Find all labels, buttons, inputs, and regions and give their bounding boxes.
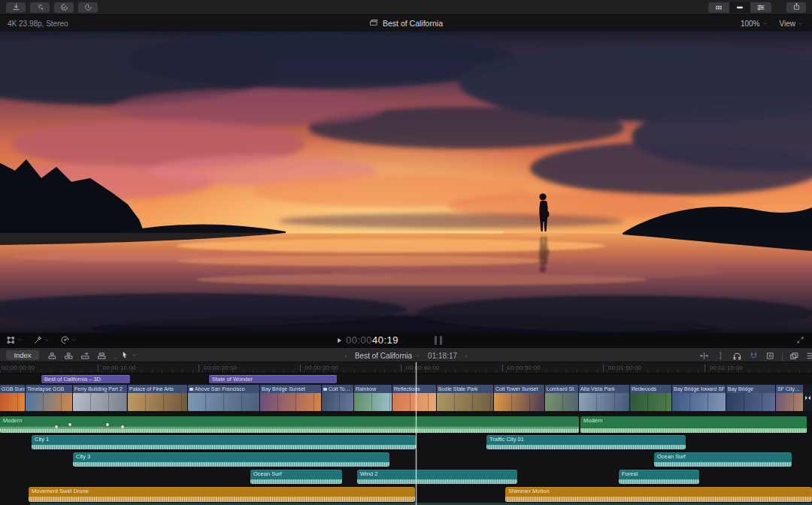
video-clip-thumbnail [73, 393, 127, 411]
background-tasks-button[interactable] [78, 2, 98, 13]
music-clip[interactable]: Modern [0, 416, 579, 433]
effects-wand-icon [33, 335, 43, 345]
video-clip[interactable]: Rainbow [354, 385, 392, 411]
grid-view-icon [714, 3, 723, 12]
video-clip-thumbnail [188, 393, 259, 411]
snapping-icon [749, 351, 759, 361]
keyword-editor-button[interactable] [30, 2, 50, 13]
video-clip[interactable]: Above San Francisco [188, 385, 259, 411]
ruler-tick [300, 364, 301, 372]
zoom-menu[interactable]: 100% [741, 20, 768, 28]
sound-effect-clip[interactable]: Movement Swirl Drone [29, 487, 415, 502]
color-gauge-menu[interactable] [60, 335, 77, 345]
music-clip[interactable]: Modern [580, 416, 807, 433]
chevron-icon [798, 21, 803, 26]
title-clip[interactable]: Best of California – 3D [41, 375, 130, 383]
ruler-tick [401, 364, 401, 372]
volume-keyframe[interactable] [121, 425, 124, 428]
music-clip-name: Modern [3, 417, 22, 424]
favorites-check-button[interactable] [54, 2, 74, 13]
toolbar-separator [782, 352, 783, 361]
transition-clip[interactable] [803, 385, 812, 411]
video-clip-thumbnail [260, 393, 321, 411]
filter-button[interactable] [750, 2, 771, 13]
media-browser-icon [789, 351, 799, 361]
audio-clip[interactable]: City 3 [73, 452, 389, 467]
audio-clip-name: Wind 2 [360, 470, 377, 477]
chevron-down-icon [71, 337, 77, 343]
clapper-icon [369, 18, 378, 29]
effects-wand-menu[interactable] [33, 335, 50, 345]
background-tasks-icon [84, 3, 92, 11]
audio-waveform [486, 445, 686, 449]
audio-waveform [73, 462, 389, 467]
video-clip[interactable]: SF City… [776, 385, 803, 411]
volume-keyframe[interactable] [106, 423, 109, 426]
viewer-title-area: Best of California [0, 18, 812, 29]
video-clip[interactable]: Bay Bridge Sunset [260, 385, 321, 411]
prev-project-button[interactable]: ‹ [344, 351, 347, 360]
timeline-ruler[interactable]: 00:00:00:0000:00:10:0000:00:20:0000:00:3… [0, 362, 812, 373]
video-clip[interactable]: Timelapse GGB [26, 385, 72, 411]
import-button[interactable] [6, 2, 26, 13]
ruler-label: 00:00:20:00 [204, 364, 237, 371]
timecode-display[interactable]: 00:0040:19 [346, 334, 398, 346]
fullscreen-button[interactable] [796, 334, 804, 347]
audio-clip[interactable]: Forest [619, 470, 699, 484]
grid-view-button[interactable] [708, 2, 729, 13]
video-clip[interactable]: Bodie State Park [437, 385, 493, 411]
video-clip[interactable]: Bay Bridge toward SF [672, 385, 726, 411]
playhead[interactable] [416, 362, 417, 505]
keyword-editor-icon [36, 3, 44, 11]
video-clip[interactable]: Ferry Building Part 2 [73, 385, 127, 411]
project-dropdown[interactable]: Best of California [355, 352, 420, 360]
ruler-tick [704, 364, 705, 372]
audio-clip-name: Traffic City 01 [489, 436, 524, 443]
viewer-tools [6, 335, 77, 345]
video-clip[interactable]: Palace of Fine Arts [128, 385, 187, 411]
sound-effect-clip[interactable]: Shimmer Motion [505, 487, 812, 502]
timeline-index-icon [806, 351, 812, 361]
audio-waveform [32, 445, 416, 449]
timecode-seconds-frames: 40:19 [372, 334, 398, 346]
play-button[interactable] [335, 334, 343, 347]
ruler-label: 00:00:10:00 [103, 364, 136, 371]
volume-keyframe[interactable] [68, 423, 71, 426]
audio-clip[interactable]: Wind 2 [357, 470, 517, 484]
audio-clip[interactable]: Traffic City 01 [486, 435, 686, 449]
color-gauge-icon [60, 335, 70, 345]
video-clip[interactable]: Alta Vista Park [579, 385, 629, 411]
video-clip-thumbnail [354, 393, 392, 411]
transform-menu[interactable] [6, 335, 23, 345]
video-clip[interactable]: Bay Bridge [726, 385, 775, 411]
video-clip[interactable]: Coit To… [322, 385, 353, 411]
clapper-icon [369, 18, 378, 27]
share-button[interactable] [786, 2, 806, 13]
audio-waveform [250, 479, 342, 484]
video-clip[interactable]: Coit Tower Sunset [494, 385, 544, 411]
audio-clip[interactable]: Ocean Surf [654, 452, 792, 467]
next-project-button[interactable]: › [465, 351, 468, 360]
audio-clip[interactable]: Ocean Surf [250, 470, 342, 484]
video-clip[interactable]: Redwoods [630, 385, 671, 411]
filmstrip-view-button[interactable] [729, 2, 750, 13]
import-icon [12, 3, 20, 11]
volume-keyframe[interactable] [55, 425, 58, 428]
video-clip-thumbnail [392, 393, 436, 411]
project-duration: 01:18:17 [428, 352, 457, 360]
title-clip[interactable]: State of Wonder [209, 375, 337, 383]
audio-waveform [0, 428, 579, 433]
video-clip[interactable]: Lombard St. [545, 385, 578, 411]
video-clip-name: Bay Bridge Sunset [262, 385, 305, 393]
volume-line[interactable] [0, 427, 579, 428]
video-clip-name: SF City… [777, 385, 800, 393]
audio-waveform [29, 497, 415, 502]
top-toolbar [0, 0, 812, 15]
video-clip[interactable]: GGB Sunset [0, 385, 25, 411]
video-clip[interactable]: Reflections [392, 385, 436, 411]
clip-badge-icon [189, 388, 193, 391]
audio-clip[interactable]: City 1 [32, 435, 416, 449]
view-menu[interactable]: View [780, 20, 804, 28]
favorites-check-icon [60, 3, 68, 11]
transform-icon [6, 335, 16, 345]
